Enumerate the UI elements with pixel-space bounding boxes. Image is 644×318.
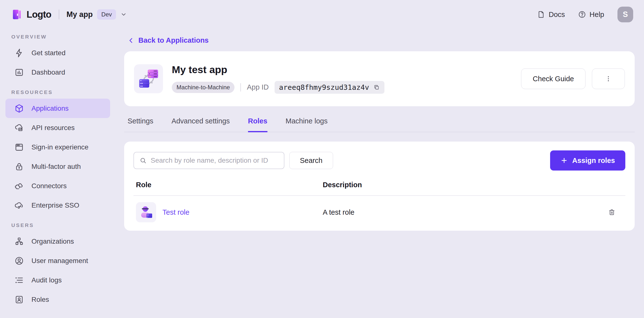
- sidebar-item-enterprise-sso[interactable]: Enterprise SSO: [6, 195, 110, 215]
- cloud-box-icon: [14, 123, 24, 133]
- lock-icon: [14, 162, 24, 171]
- roles-table: Role Description: [134, 181, 625, 222]
- browser-icon: [14, 142, 24, 152]
- tab-roles[interactable]: Roles: [248, 117, 268, 132]
- kebab-icon: [605, 75, 612, 82]
- sidebar-item-roles[interactable]: Roles: [6, 290, 110, 309]
- sidebar-item-applications[interactable]: Applications: [6, 99, 110, 118]
- back-link-label: Back to Applications: [138, 36, 209, 44]
- sidebar-item-audit-logs[interactable]: Audit logs: [6, 270, 110, 290]
- roles-panel-card: Search Assign roles Role Description: [124, 142, 635, 231]
- topbar-right: Docs Help S: [537, 7, 633, 22]
- docs-label: Docs: [549, 10, 565, 19]
- search-icon: [139, 157, 147, 164]
- delete-role-button[interactable]: [605, 205, 619, 219]
- sidebar-item-label: API resources: [32, 124, 75, 132]
- assign-roles-label: Assign roles: [572, 157, 615, 165]
- app-id-label: App ID: [247, 83, 269, 91]
- user-avatar[interactable]: S: [618, 7, 633, 22]
- sidebar-item-sign-in-experience[interactable]: Sign-in experience: [6, 137, 110, 157]
- sidebar-item-organizations[interactable]: Organizations: [6, 232, 110, 251]
- sidebar-item-label: Sign-in experience: [32, 143, 88, 151]
- role-name-link[interactable]: Test role: [162, 208, 190, 216]
- plus-icon: [560, 157, 568, 164]
- sidebar-item-label: Audit logs: [32, 276, 62, 284]
- sidebar-item-label: Get started: [32, 49, 66, 57]
- chevron-down-icon: [120, 11, 127, 18]
- bar-chart-icon: [14, 67, 24, 77]
- sso-cloud-icon: [14, 200, 24, 210]
- section-label-resources: RESOURCES: [11, 89, 110, 95]
- back-to-applications-link[interactable]: Back to Applications: [128, 36, 635, 44]
- assign-roles-button[interactable]: Assign roles: [550, 151, 625, 170]
- tab-settings[interactable]: Settings: [128, 117, 154, 132]
- column-header-description: Description: [323, 181, 598, 189]
- sidebar-item-dashboard[interactable]: Dashboard: [6, 63, 110, 82]
- tab-machine-logs[interactable]: Machine logs: [286, 117, 328, 132]
- tab-advanced-settings[interactable]: Advanced settings: [172, 117, 230, 132]
- sidebar-item-api-resources[interactable]: API resources: [6, 118, 110, 137]
- app-info: My test app Machine-to-Machine App ID ar…: [172, 64, 384, 94]
- app-logo: [134, 64, 163, 93]
- column-header-role: Role: [136, 181, 323, 189]
- role-search-box[interactable]: [134, 152, 284, 169]
- role-avatar: [136, 202, 156, 222]
- tab-bar: Settings Advanced settings Roles Machine…: [124, 117, 635, 132]
- sidebar-item-label: Multi-factor auth: [32, 163, 81, 170]
- meta-divider: [240, 83, 241, 92]
- logto-logo-icon: [11, 8, 22, 21]
- search-button[interactable]: Search: [289, 152, 333, 169]
- app-meta: Machine-to-Machine App ID areeq8fhmy9szu…: [172, 81, 384, 94]
- sidebar-item-multi-factor-auth[interactable]: Multi-factor auth: [6, 157, 110, 176]
- sidebar-item-label: Organizations: [32, 238, 74, 245]
- docs-button[interactable]: Docs: [537, 10, 565, 19]
- sidebar-item-connectors[interactable]: Connectors: [6, 176, 110, 195]
- trash-icon: [608, 208, 616, 216]
- check-guide-button[interactable]: Check Guide: [521, 68, 586, 89]
- sidebar-item-user-management[interactable]: User management: [6, 251, 110, 270]
- app-id-chip[interactable]: areeq8fhmy9szud31az4v: [274, 81, 384, 94]
- topbar: Logto My app Dev Docs Help S: [0, 0, 644, 29]
- app-switcher-name: My app: [66, 10, 93, 19]
- sidebar-item-get-started[interactable]: Get started: [6, 43, 110, 63]
- sidebar-item-label: Dashboard: [32, 68, 65, 76]
- question-circle-icon: [578, 10, 586, 18]
- help-label: Help: [590, 10, 604, 19]
- logto-brand[interactable]: Logto: [11, 8, 51, 21]
- role-description: A test role: [323, 208, 598, 216]
- env-badge: Dev: [97, 9, 116, 20]
- connectors-icon: [14, 181, 24, 191]
- sidebar: OVERVIEW Get started Dashboard RESOURCES: [0, 29, 116, 318]
- user-circle-icon: [14, 256, 24, 266]
- app-header-card: My test app Machine-to-Machine App ID ar…: [124, 51, 635, 106]
- role-search-input[interactable]: [151, 157, 278, 164]
- app-type-badge: Machine-to-Machine: [172, 82, 234, 93]
- more-actions-button[interactable]: [592, 68, 625, 89]
- sidebar-item-label: Enterprise SSO: [32, 201, 80, 209]
- app-switcher[interactable]: My app Dev: [66, 9, 127, 20]
- topbar-divider: [59, 9, 59, 19]
- sidebar-item-label: Roles: [32, 296, 49, 304]
- document-icon: [537, 10, 545, 18]
- lightning-icon: [14, 48, 24, 58]
- org-chart-icon: [14, 237, 24, 246]
- role-cell: Test role: [136, 202, 323, 222]
- roles-toolbar: Search Assign roles: [134, 151, 625, 170]
- chevron-left-icon: [128, 37, 134, 44]
- roles-table-header: Role Description: [134, 181, 625, 196]
- table-row: Test role A test role: [134, 196, 625, 222]
- section-label-users: USERS: [11, 222, 110, 228]
- sidebar-item-label: Applications: [32, 105, 68, 112]
- app-title: My test app: [172, 64, 384, 76]
- app-id-value: areeq8fhmy9szud31az4v: [279, 83, 369, 92]
- app-actions: Check Guide: [521, 68, 625, 89]
- main-content: Back to Applications: [116, 29, 644, 318]
- logto-wordmark: Logto: [26, 9, 51, 20]
- help-button[interactable]: Help: [578, 10, 604, 19]
- cube-icon: [14, 104, 24, 113]
- sidebar-item-label: User management: [32, 257, 88, 265]
- copy-icon[interactable]: [373, 84, 380, 91]
- list-icon: [14, 275, 24, 285]
- id-card-icon: [14, 295, 24, 305]
- section-label-overview: OVERVIEW: [11, 34, 110, 40]
